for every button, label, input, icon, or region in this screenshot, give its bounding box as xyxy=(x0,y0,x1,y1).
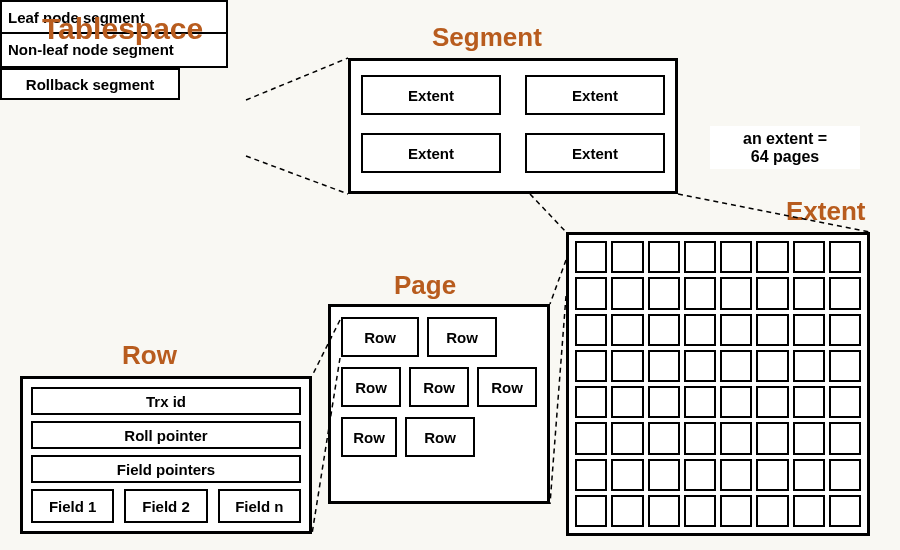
extent-note-line2: 64 pages xyxy=(751,148,819,165)
extent-page-cell xyxy=(684,386,716,418)
extent-page-cell xyxy=(756,314,788,346)
extent-grid xyxy=(566,232,870,536)
extent-page-cell xyxy=(829,314,861,346)
extent-page-cell xyxy=(829,422,861,454)
page-row-cell: Row xyxy=(477,367,537,407)
extent-page-cell xyxy=(611,277,643,309)
extent-page-cell xyxy=(575,386,607,418)
extent-page-cell xyxy=(575,422,607,454)
extent-cell: Extent xyxy=(525,75,665,115)
extent-page-cell xyxy=(648,277,680,309)
extent-page-cell xyxy=(829,459,861,491)
extent-page-cell xyxy=(720,459,752,491)
extent-page-cell xyxy=(793,241,825,273)
extent-page-cell xyxy=(611,241,643,273)
extent-note: an extent = 64 pages xyxy=(710,126,860,169)
extent-page-cell xyxy=(829,277,861,309)
extent-note-line1: an extent = xyxy=(743,130,827,147)
extent-page-cell xyxy=(756,459,788,491)
extent-page-cell xyxy=(648,422,680,454)
extent-page-cell xyxy=(684,350,716,382)
extent-page-cell xyxy=(648,459,680,491)
extent-page-cell xyxy=(756,277,788,309)
row-field: Field 1 xyxy=(31,489,114,523)
extent-page-cell xyxy=(575,495,607,527)
extent-page-cell xyxy=(720,495,752,527)
row-box: Trx id Roll pointer Field pointers Field… xyxy=(20,376,312,534)
extent-page-cell xyxy=(756,241,788,273)
page-row-cell: Row xyxy=(427,317,497,357)
extent-page-cell xyxy=(575,314,607,346)
extent-page-cell xyxy=(684,459,716,491)
extent-page-cell xyxy=(684,241,716,273)
extent-page-cell xyxy=(648,241,680,273)
extent-page-cell xyxy=(575,350,607,382)
extent-page-cell xyxy=(793,350,825,382)
extent-page-cell xyxy=(684,314,716,346)
title-tablespace: Tablespace xyxy=(42,12,203,46)
extent-page-cell xyxy=(611,459,643,491)
extent-page-cell xyxy=(611,350,643,382)
extent-page-cell xyxy=(575,241,607,273)
extent-page-cell xyxy=(756,495,788,527)
extent-page-cell xyxy=(793,495,825,527)
extent-cell: Extent xyxy=(361,75,501,115)
title-page: Page xyxy=(394,270,456,301)
extent-page-cell xyxy=(648,350,680,382)
extent-cell: Extent xyxy=(525,133,665,173)
row-field: Field 2 xyxy=(124,489,207,523)
extent-page-cell xyxy=(720,386,752,418)
svg-line-0 xyxy=(246,58,348,100)
extent-cell: Extent xyxy=(361,133,501,173)
extent-page-cell xyxy=(793,386,825,418)
extent-page-cell xyxy=(756,350,788,382)
svg-line-1 xyxy=(246,156,348,194)
rollback-segment: Rollback segment xyxy=(0,68,180,100)
title-segment: Segment xyxy=(432,22,542,53)
extent-page-cell xyxy=(648,495,680,527)
page-row-cell: Row xyxy=(341,367,401,407)
extent-page-cell xyxy=(575,459,607,491)
extent-page-cell xyxy=(829,350,861,382)
page-row-cell: Row xyxy=(341,417,397,457)
extent-page-cell xyxy=(684,495,716,527)
title-row: Row xyxy=(122,340,177,371)
svg-line-2 xyxy=(530,194,566,232)
extent-page-cell xyxy=(684,422,716,454)
extent-page-cell xyxy=(575,277,607,309)
extent-page-cell xyxy=(648,314,680,346)
page-row-cell: Row xyxy=(405,417,475,457)
row-roll-pointer: Roll pointer xyxy=(31,421,301,449)
extent-page-cell xyxy=(829,495,861,527)
extent-page-cell xyxy=(720,241,752,273)
extent-page-cell xyxy=(611,386,643,418)
extent-page-cell xyxy=(793,277,825,309)
extent-page-cell xyxy=(793,314,825,346)
extent-page-cell xyxy=(756,422,788,454)
extent-page-cell xyxy=(611,422,643,454)
page-row-cell: Row xyxy=(341,317,419,357)
extent-page-cell xyxy=(793,459,825,491)
extent-page-cell xyxy=(756,386,788,418)
extent-page-cell xyxy=(829,241,861,273)
row-field: Field n xyxy=(218,489,301,523)
extent-page-cell xyxy=(684,277,716,309)
extent-page-cell xyxy=(720,350,752,382)
row-trx-id: Trx id xyxy=(31,387,301,415)
extent-page-cell xyxy=(720,314,752,346)
extent-page-cell xyxy=(648,386,680,418)
svg-line-5 xyxy=(550,296,566,504)
row-field-pointers: Field pointers xyxy=(31,455,301,483)
extent-page-cell xyxy=(720,422,752,454)
extent-page-cell xyxy=(829,386,861,418)
extent-page-cell xyxy=(720,277,752,309)
svg-line-4 xyxy=(550,260,566,304)
extent-page-cell xyxy=(611,495,643,527)
page-box: Row Row Row Row Row Row Row xyxy=(328,304,550,504)
extent-page-cell xyxy=(793,422,825,454)
extent-page-cell xyxy=(611,314,643,346)
title-extent: Extent xyxy=(786,196,865,227)
page-row-cell: Row xyxy=(409,367,469,407)
segment-box: Extent Extent Extent Extent xyxy=(348,58,678,194)
